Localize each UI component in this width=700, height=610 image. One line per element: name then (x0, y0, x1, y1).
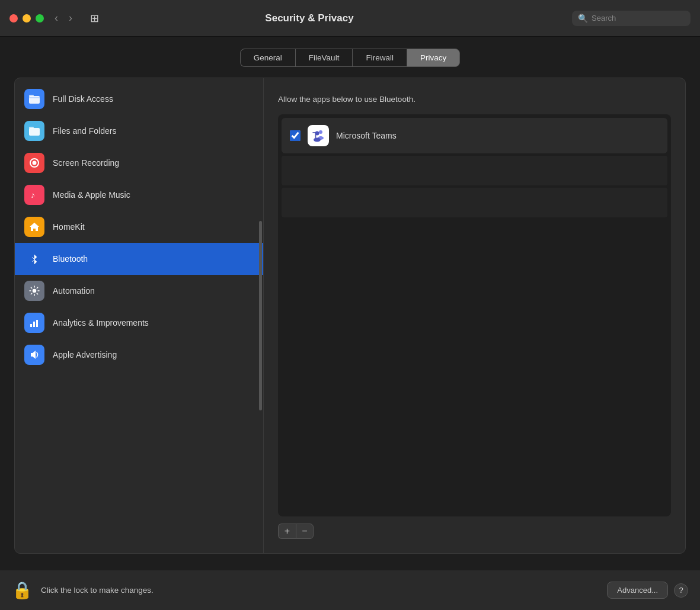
sidebar-label-full-disk-access: Full Disk Access (53, 94, 113, 104)
full-disk-access-icon (24, 89, 44, 109)
tab-privacy[interactable]: Privacy (407, 49, 460, 67)
search-icon: 🔍 (578, 14, 588, 23)
add-remove-bar: + − (278, 524, 671, 539)
add-app-button[interactable]: + (278, 524, 296, 539)
sidebar-item-automation[interactable]: Automation (15, 275, 263, 307)
sidebar-label-screen-recording: Screen Recording (53, 158, 119, 168)
sidebar-label-bluetooth: Bluetooth (53, 254, 88, 264)
advanced-button[interactable]: Advanced... (607, 582, 668, 599)
sidebar-item-full-disk-access[interactable]: Full Disk Access (15, 83, 263, 115)
svg-text:♪: ♪ (31, 190, 35, 200)
traffic-lights (9, 14, 44, 23)
teams-name: Microsoft Teams (336, 131, 397, 140)
content-panel: Full Disk Access Files and Folders (14, 78, 686, 554)
analytics-icon (24, 313, 44, 333)
sidebar-label-apple-advertising: Apple Advertising (53, 350, 117, 359)
sidebar-label-homekit: HomeKit (53, 222, 85, 232)
window-title: Security & Privacy (47, 12, 572, 24)
sidebar: Full Disk Access Files and Folders (15, 78, 264, 553)
help-button[interactable]: ? (674, 583, 688, 598)
titlebar: ‹ › ⊞ Security & Privacy 🔍 (0, 0, 700, 37)
close-button[interactable] (9, 14, 18, 23)
media-music-icon: ♪ (24, 185, 44, 205)
svg-point-14 (319, 130, 322, 134)
sidebar-item-screen-recording[interactable]: Screen Recording (15, 147, 263, 179)
sidebar-label-analytics: Analytics & Improvements (53, 318, 149, 328)
sidebar-label-files-folders: Files and Folders (53, 126, 116, 136)
sidebar-label-media-music: Media & Apple Music (53, 190, 130, 200)
automation-icon (24, 281, 44, 301)
bluetooth-description: Allow the apps below to use Bluetooth. (278, 95, 671, 104)
svg-rect-9 (30, 324, 32, 327)
remove-app-button[interactable]: − (296, 524, 314, 539)
svg-point-5 (33, 161, 37, 165)
search-input[interactable] (592, 14, 685, 23)
screen-recording-icon (24, 153, 44, 173)
sidebar-item-homekit[interactable]: HomeKit (15, 211, 263, 243)
files-folders-icon (24, 121, 44, 141)
svg-rect-11 (36, 320, 38, 327)
apps-list: T Microsoft Teams (278, 114, 671, 516)
sidebar-item-files-folders[interactable]: Files and Folders (15, 115, 263, 147)
bottom-bar: 🔒 Click the lock to make changes. Advanc… (0, 570, 700, 610)
sidebar-item-bluetooth[interactable]: Bluetooth (15, 243, 263, 275)
app-row-teams: T Microsoft Teams (282, 118, 667, 153)
sidebar-item-analytics[interactable]: Analytics & Improvements (15, 307, 263, 339)
svg-rect-2 (29, 128, 40, 136)
tab-filevault[interactable]: FileVault (295, 49, 353, 67)
main-content: General FileVault Firewall Privacy Full … (0, 37, 700, 570)
empty-app-row-1 (282, 156, 667, 185)
sidebar-label-automation: Automation (53, 286, 95, 296)
tabs-bar: General FileVault Firewall Privacy (14, 49, 686, 67)
svg-point-16 (315, 131, 319, 136)
search-box[interactable]: 🔍 (572, 11, 691, 26)
lock-text: Click the lock to make changes. (41, 586, 607, 595)
homekit-icon (24, 217, 44, 237)
right-panel: Allow the apps below to use Bluetooth. T (264, 78, 685, 553)
bluetooth-icon (24, 249, 44, 269)
svg-rect-1 (29, 95, 34, 97)
tab-general[interactable]: General (240, 49, 295, 67)
lock-icon[interactable]: 🔒 (12, 580, 33, 600)
empty-app-row-2 (282, 188, 667, 217)
tab-firewall[interactable]: Firewall (352, 49, 407, 67)
minimize-button[interactable] (23, 14, 31, 23)
sidebar-item-apple-advertising[interactable]: Apple Advertising (15, 339, 263, 371)
teams-checkbox[interactable] (290, 130, 301, 141)
sidebar-item-media-music[interactable]: ♪ Media & Apple Music (15, 179, 263, 211)
teams-icon: T (308, 125, 329, 146)
svg-rect-3 (29, 127, 34, 129)
svg-rect-0 (29, 96, 40, 104)
apple-advertising-icon (24, 345, 44, 365)
maximize-button[interactable] (36, 14, 44, 23)
svg-rect-10 (33, 322, 35, 327)
svg-point-17 (314, 138, 321, 142)
